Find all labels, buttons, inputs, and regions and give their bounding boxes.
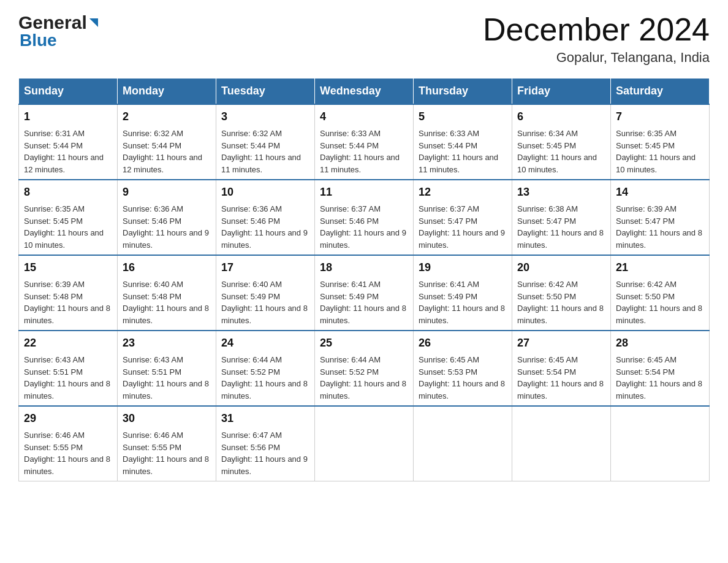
day-number: 17 <box>221 259 309 276</box>
calendar-cell <box>315 406 414 481</box>
title-area: December 2024 Gopalur, Telangana, India <box>483 12 710 66</box>
calendar-cell: 15Sunrise: 6:39 AMSunset: 5:48 PMDayligh… <box>19 255 118 331</box>
calendar-cell: 2Sunrise: 6:32 AMSunset: 5:44 PMDaylight… <box>118 104 216 180</box>
calendar-cell: 4Sunrise: 6:33 AMSunset: 5:44 PMDaylight… <box>315 104 414 180</box>
calendar-cell: 6Sunrise: 6:34 AMSunset: 5:45 PMDaylight… <box>512 104 611 180</box>
calendar-cell: 27Sunrise: 6:45 AMSunset: 5:54 PMDayligh… <box>512 331 611 406</box>
day-number: 25 <box>320 335 408 351</box>
day-number: 31 <box>221 410 309 427</box>
col-saturday: Saturday <box>611 79 710 105</box>
calendar-cell: 8Sunrise: 6:35 AMSunset: 5:45 PMDaylight… <box>19 180 118 255</box>
day-info: Sunrise: 6:33 AMSunset: 5:44 PMDaylight:… <box>320 129 400 174</box>
calendar-week-2: 8Sunrise: 6:35 AMSunset: 5:45 PMDaylight… <box>19 180 710 255</box>
day-info: Sunrise: 6:45 AMSunset: 5:53 PMDaylight:… <box>419 355 505 400</box>
day-info: Sunrise: 6:42 AMSunset: 5:50 PMDaylight:… <box>616 280 702 325</box>
day-info: Sunrise: 6:46 AMSunset: 5:55 PMDaylight:… <box>123 431 209 476</box>
calendar-cell: 3Sunrise: 6:32 AMSunset: 5:44 PMDaylight… <box>216 104 315 180</box>
day-info: Sunrise: 6:41 AMSunset: 5:49 PMDaylight:… <box>419 280 505 325</box>
logo-blue-text: Blue <box>18 31 57 50</box>
day-info: Sunrise: 6:44 AMSunset: 5:52 PMDaylight:… <box>320 355 406 400</box>
day-info: Sunrise: 6:39 AMSunset: 5:48 PMDaylight:… <box>24 280 110 325</box>
calendar-cell: 21Sunrise: 6:42 AMSunset: 5:50 PMDayligh… <box>611 255 710 331</box>
calendar-header-row: Sunday Monday Tuesday Wednesday Thursday… <box>19 79 710 105</box>
calendar-cell: 22Sunrise: 6:43 AMSunset: 5:51 PMDayligh… <box>19 331 118 406</box>
day-info: Sunrise: 6:47 AMSunset: 5:56 PMDaylight:… <box>221 431 308 476</box>
day-number: 28 <box>616 335 704 351</box>
day-info: Sunrise: 6:39 AMSunset: 5:47 PMDaylight:… <box>616 204 702 250</box>
day-number: 1 <box>24 109 112 125</box>
day-number: 5 <box>419 109 507 125</box>
calendar-cell: 16Sunrise: 6:40 AMSunset: 5:48 PMDayligh… <box>118 255 216 331</box>
day-number: 8 <box>24 184 112 201</box>
calendar-cell: 10Sunrise: 6:36 AMSunset: 5:46 PMDayligh… <box>216 180 315 255</box>
day-number: 30 <box>123 410 211 427</box>
calendar-cell: 18Sunrise: 6:41 AMSunset: 5:49 PMDayligh… <box>315 255 414 331</box>
day-info: Sunrise: 6:46 AMSunset: 5:55 PMDaylight:… <box>24 431 110 476</box>
calendar-cell: 25Sunrise: 6:44 AMSunset: 5:52 PMDayligh… <box>315 331 414 406</box>
col-wednesday: Wednesday <box>315 79 414 105</box>
logo-general-text: General <box>18 12 87 33</box>
day-info: Sunrise: 6:32 AMSunset: 5:44 PMDaylight:… <box>221 129 301 174</box>
col-monday: Monday <box>118 79 216 105</box>
calendar-cell: 1Sunrise: 6:31 AMSunset: 5:44 PMDaylight… <box>19 104 118 180</box>
day-info: Sunrise: 6:37 AMSunset: 5:47 PMDaylight:… <box>419 204 505 250</box>
day-info: Sunrise: 6:45 AMSunset: 5:54 PMDaylight:… <box>616 355 702 400</box>
day-info: Sunrise: 6:35 AMSunset: 5:45 PMDaylight:… <box>24 204 104 250</box>
day-info: Sunrise: 6:40 AMSunset: 5:48 PMDaylight:… <box>123 280 209 325</box>
calendar-week-4: 22Sunrise: 6:43 AMSunset: 5:51 PMDayligh… <box>19 331 710 406</box>
calendar-week-3: 15Sunrise: 6:39 AMSunset: 5:48 PMDayligh… <box>19 255 710 331</box>
calendar-cell: 20Sunrise: 6:42 AMSunset: 5:50 PMDayligh… <box>512 255 611 331</box>
day-info: Sunrise: 6:41 AMSunset: 5:49 PMDaylight:… <box>320 280 406 325</box>
calendar-cell: 13Sunrise: 6:38 AMSunset: 5:47 PMDayligh… <box>512 180 611 255</box>
calendar-cell: 23Sunrise: 6:43 AMSunset: 5:51 PMDayligh… <box>118 331 216 406</box>
day-info: Sunrise: 6:34 AMSunset: 5:45 PMDaylight:… <box>517 129 597 174</box>
day-number: 24 <box>221 335 309 351</box>
day-number: 16 <box>123 259 211 276</box>
calendar-cell: 11Sunrise: 6:37 AMSunset: 5:46 PMDayligh… <box>315 180 414 255</box>
calendar-cell: 14Sunrise: 6:39 AMSunset: 5:47 PMDayligh… <box>611 180 710 255</box>
day-number: 12 <box>419 184 507 201</box>
day-number: 27 <box>517 335 605 351</box>
day-number: 22 <box>24 335 112 351</box>
day-info: Sunrise: 6:35 AMSunset: 5:45 PMDaylight:… <box>616 129 696 174</box>
day-info: Sunrise: 6:36 AMSunset: 5:46 PMDaylight:… <box>221 204 308 250</box>
day-info: Sunrise: 6:33 AMSunset: 5:44 PMDaylight:… <box>419 129 498 174</box>
day-number: 4 <box>320 109 408 125</box>
day-info: Sunrise: 6:36 AMSunset: 5:46 PMDaylight:… <box>123 204 209 250</box>
day-number: 10 <box>221 184 309 201</box>
calendar-cell <box>611 406 710 481</box>
calendar-cell: 7Sunrise: 6:35 AMSunset: 5:45 PMDaylight… <box>611 104 710 180</box>
calendar-table: Sunday Monday Tuesday Wednesday Thursday… <box>18 78 710 481</box>
col-thursday: Thursday <box>414 79 512 105</box>
col-sunday: Sunday <box>19 79 118 105</box>
day-info: Sunrise: 6:37 AMSunset: 5:46 PMDaylight:… <box>320 204 406 250</box>
calendar-cell: 12Sunrise: 6:37 AMSunset: 5:47 PMDayligh… <box>414 180 512 255</box>
day-info: Sunrise: 6:44 AMSunset: 5:52 PMDaylight:… <box>221 355 308 400</box>
calendar-cell: 17Sunrise: 6:40 AMSunset: 5:49 PMDayligh… <box>216 255 315 331</box>
day-number: 6 <box>517 109 605 125</box>
day-number: 13 <box>517 184 605 201</box>
day-number: 7 <box>616 109 704 125</box>
calendar-cell: 31Sunrise: 6:47 AMSunset: 5:56 PMDayligh… <box>216 406 315 481</box>
calendar-cell: 9Sunrise: 6:36 AMSunset: 5:46 PMDaylight… <box>118 180 216 255</box>
day-info: Sunrise: 6:40 AMSunset: 5:49 PMDaylight:… <box>221 280 308 325</box>
day-number: 2 <box>123 109 211 125</box>
calendar-cell <box>414 406 512 481</box>
day-number: 29 <box>24 410 112 427</box>
calendar-week-5: 29Sunrise: 6:46 AMSunset: 5:55 PMDayligh… <box>19 406 710 481</box>
calendar-cell: 29Sunrise: 6:46 AMSunset: 5:55 PMDayligh… <box>19 406 118 481</box>
svg-marker-0 <box>89 18 98 27</box>
page-title: December 2024 <box>483 12 710 47</box>
day-info: Sunrise: 6:38 AMSunset: 5:47 PMDaylight:… <box>517 204 604 250</box>
subtitle: Gopalur, Telangana, India <box>483 50 710 66</box>
day-info: Sunrise: 6:42 AMSunset: 5:50 PMDaylight:… <box>517 280 604 325</box>
calendar-week-1: 1Sunrise: 6:31 AMSunset: 5:44 PMDaylight… <box>19 104 710 180</box>
day-number: 11 <box>320 184 408 201</box>
calendar-cell: 26Sunrise: 6:45 AMSunset: 5:53 PMDayligh… <box>414 331 512 406</box>
calendar-cell <box>512 406 611 481</box>
calendar-cell: 30Sunrise: 6:46 AMSunset: 5:55 PMDayligh… <box>118 406 216 481</box>
col-friday: Friday <box>512 79 611 105</box>
day-info: Sunrise: 6:45 AMSunset: 5:54 PMDaylight:… <box>517 355 604 400</box>
col-tuesday: Tuesday <box>216 79 315 105</box>
day-number: 18 <box>320 259 408 276</box>
